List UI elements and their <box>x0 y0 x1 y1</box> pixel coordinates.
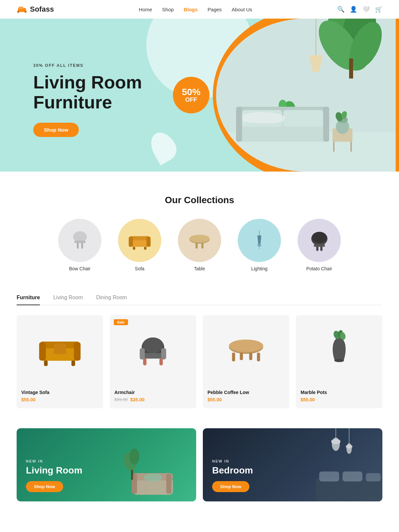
svg-rect-38 <box>144 247 146 250</box>
svg-rect-57 <box>71 360 75 366</box>
product-img-marble-pots <box>296 315 382 385</box>
collection-label-potato-chair: Potato Chair <box>298 266 341 271</box>
collection-item-lighting[interactable]: Lighting <box>238 219 281 271</box>
svg-rect-2 <box>25 11 27 13</box>
price-pebble-coffee: $55.00 <box>207 397 222 402</box>
svg-rect-69 <box>257 352 260 361</box>
tab-furniture[interactable]: Furniture <box>17 295 40 305</box>
collection-item-bow-chair[interactable]: Bow Chair <box>58 219 101 271</box>
search-icon[interactable]: 🔍 <box>337 6 344 13</box>
svg-rect-65 <box>161 348 166 359</box>
svg-rect-70 <box>240 352 243 360</box>
svg-rect-55 <box>74 342 80 360</box>
svg-rect-21 <box>283 110 323 127</box>
nav-actions: 🔍 👤 🤍 🛒 <box>337 6 382 13</box>
brand-name: Sofass <box>30 5 54 14</box>
hero-section: 30% Off All Items Living Room Furniture … <box>0 19 399 172</box>
svg-rect-80 <box>166 474 172 494</box>
svg-rect-91 <box>316 478 382 501</box>
hero-discount-badge: 50% OFF <box>173 77 209 113</box>
hero-bg-teardrop <box>146 128 181 166</box>
banner-living-room-cta[interactable]: Shop Now <box>26 481 63 492</box>
svg-rect-68 <box>232 352 235 361</box>
nav-blogs[interactable]: Blogs <box>184 7 198 12</box>
svg-point-87 <box>332 438 340 451</box>
svg-point-45 <box>257 244 261 247</box>
svg-rect-62 <box>143 358 146 365</box>
svg-rect-42 <box>201 242 203 248</box>
svg-rect-61 <box>143 353 164 358</box>
account-icon[interactable]: 👤 <box>350 6 357 13</box>
collections-section: Our Collections Bow Chair <box>0 172 399 288</box>
product-info-armchair: Armchair $55.00 $35.00 <box>110 385 196 408</box>
banner-bedroom-cta[interactable]: Shop Now <box>212 481 249 492</box>
hero-cta-button[interactable]: Shop Now <box>33 123 79 137</box>
svg-rect-41 <box>196 242 198 248</box>
svg-rect-37 <box>133 247 135 250</box>
hero-content: 30% Off All Items Living Room Furniture … <box>0 53 142 137</box>
tab-living-room[interactable]: Living Room <box>53 295 83 305</box>
product-img-armchair: Sale <box>110 315 196 385</box>
collection-item-sofa[interactable]: Sofa <box>118 219 161 271</box>
nav-pages[interactable]: Pages <box>207 7 222 12</box>
product-armchair[interactable]: Sale Armchair $55.00 $35.00 <box>110 315 196 408</box>
collection-label-sofa: Sofa <box>118 266 161 271</box>
svg-rect-51 <box>314 244 325 247</box>
svg-marker-44 <box>257 235 261 245</box>
svg-rect-92 <box>319 471 339 481</box>
svg-rect-1 <box>17 11 19 13</box>
nav-home[interactable]: Home <box>139 7 152 12</box>
product-name-pebble-coffee: Pebble Coffee Low <box>207 390 285 395</box>
svg-rect-94 <box>366 473 381 481</box>
svg-point-67 <box>229 339 263 352</box>
product-info-pebble-coffee: Pebble Coffee Low $55.00 <box>203 385 289 408</box>
svg-rect-71 <box>249 352 252 360</box>
price-vintage-sofa: $55.00 <box>21 397 36 402</box>
collections-grid: Bow Chair Sofa <box>17 219 382 271</box>
nav-shop[interactable]: Shop <box>162 7 174 12</box>
hero-image-area <box>206 19 399 172</box>
sale-badge: Sale <box>114 319 128 325</box>
product-vintage-sofa[interactable]: Vintage Sofa $55.00 <box>17 315 103 408</box>
navbar: Sofass Home Shop Blogs Pages About Us 🔍 … <box>0 0 399 19</box>
hero-subtitle: 30% Off All Items <box>33 63 142 68</box>
svg-rect-10 <box>349 59 353 78</box>
collection-circle-potato-chair <box>298 219 341 262</box>
collection-item-potato-chair[interactable]: Potato Chair <box>298 219 341 271</box>
tab-dining-room[interactable]: Dining Room <box>96 295 127 305</box>
svg-rect-18 <box>236 107 242 142</box>
svg-point-90 <box>346 443 352 454</box>
banner-bedroom: New In Bedroom Shop Now <box>203 428 382 501</box>
svg-rect-23 <box>333 142 334 152</box>
svg-point-82 <box>129 449 139 465</box>
price-marble-pots: $55.00 <box>301 397 315 402</box>
svg-rect-32 <box>74 240 85 243</box>
svg-point-60 <box>143 337 163 353</box>
product-marble-pots[interactable]: Marble Pots $55.00 <box>296 315 382 408</box>
cart-icon[interactable]: 🛒 <box>375 6 382 13</box>
product-name-armchair: Armchair <box>114 390 192 395</box>
product-price-vintage-sofa: $55.00 <box>21 397 98 402</box>
svg-rect-56 <box>44 360 48 366</box>
svg-rect-54 <box>39 342 46 360</box>
product-info-vintage-sofa: Vintage Sofa $55.00 <box>17 385 103 408</box>
svg-rect-19 <box>323 107 329 142</box>
collection-label-lighting: Lighting <box>238 266 281 271</box>
product-name-vintage-sofa: Vintage Sofa <box>21 390 98 395</box>
nav-about[interactable]: About Us <box>232 7 252 12</box>
promo-banners: New In Living Room Shop Now New In Bedro… <box>0 428 399 515</box>
collection-circle-table <box>178 219 221 262</box>
collection-circle-lighting <box>238 219 281 262</box>
wishlist-icon[interactable]: 🤍 <box>362 6 370 13</box>
product-img-vintage-sofa <box>17 315 103 385</box>
svg-rect-24 <box>350 142 352 152</box>
svg-point-84 <box>144 473 162 481</box>
hero-room-decor <box>216 19 396 172</box>
brand-logo[interactable]: Sofass <box>17 5 54 14</box>
collection-circle-bow-chair <box>58 219 101 262</box>
product-pebble-coffee[interactable]: Pebble Coffee Low $55.00 <box>203 315 289 408</box>
price-sale-armchair: $35.00 <box>130 397 145 402</box>
tab-list: Furniture Living Room Dining Room <box>17 295 382 305</box>
collection-item-table[interactable]: Table <box>178 219 221 271</box>
nav-links: Home Shop Blogs Pages About Us <box>139 7 252 12</box>
